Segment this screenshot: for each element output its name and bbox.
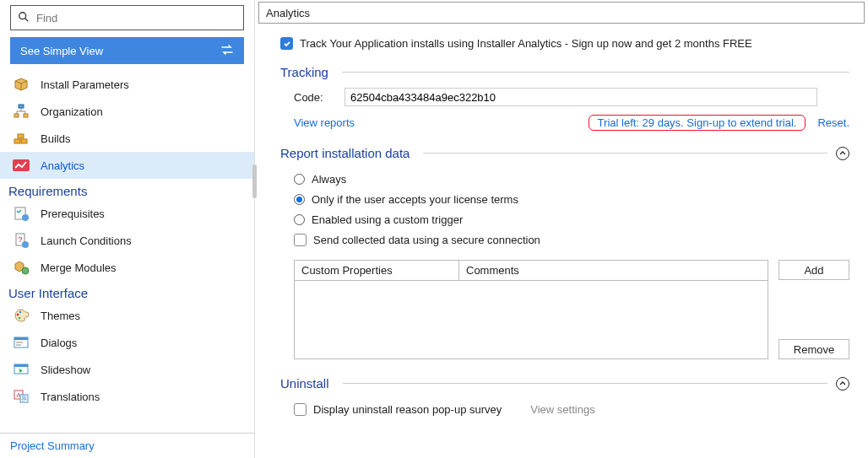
- add-button[interactable]: Add: [778, 260, 849, 280]
- radio-license-accept[interactable]: [294, 194, 305, 205]
- org-chart-icon: [12, 102, 30, 121]
- dialog-icon: [12, 333, 30, 352]
- sidebar-item-organization[interactable]: Organization: [0, 98, 254, 125]
- svg-rect-4: [24, 114, 28, 117]
- view-settings-link[interactable]: View settings: [530, 403, 594, 416]
- svg-rect-6: [21, 139, 27, 143]
- checklist-icon: [12, 204, 30, 223]
- page-title: Analytics: [266, 7, 310, 19]
- sidebar-item-install-parameters[interactable]: Install Parameters: [0, 71, 254, 98]
- merge-icon: [12, 258, 30, 277]
- project-summary-label: Project Summary: [10, 439, 95, 452]
- sidebar-item-label: Themes: [41, 310, 80, 322]
- code-label: Code:: [294, 91, 328, 104]
- sidebar-item-label: Prerequisites: [41, 207, 105, 220]
- column-custom-properties: Custom Properties: [295, 261, 459, 280]
- tracking-section-title: Tracking: [280, 65, 328, 79]
- search-box[interactable]: [10, 5, 244, 30]
- divider: [423, 153, 827, 154]
- sidebar-item-label: Builds: [41, 132, 70, 145]
- chevron-up-icon: [839, 150, 846, 157]
- swap-icon: [220, 44, 234, 58]
- sidebar-item-analytics[interactable]: Analytics: [0, 152, 254, 179]
- report-section-title: Report installation data: [280, 146, 410, 160]
- sidebar-item-label: Install Parameters: [41, 78, 129, 91]
- sidebar-item-label: Analytics: [41, 159, 84, 172]
- translate-icon: A界: [12, 387, 30, 406]
- analytics-icon: [12, 156, 30, 175]
- svg-point-17: [19, 317, 21, 320]
- sidebar-item-label: Slideshow: [41, 364, 90, 376]
- project-summary-button[interactable]: Project Summary: [0, 433, 254, 458]
- uninstall-survey-label: Display uninstall reason pop-up survey: [313, 403, 502, 416]
- trial-signup-link[interactable]: Trial left: 29 days. Sign-up to extend t…: [589, 115, 806, 131]
- palette-icon: [12, 306, 30, 325]
- see-simple-view-button[interactable]: See Simple View: [10, 37, 244, 64]
- svg-text:?: ?: [18, 235, 22, 244]
- svg-rect-5: [14, 139, 20, 143]
- svg-point-0: [19, 12, 26, 19]
- svg-rect-23: [14, 364, 28, 367]
- svg-rect-19: [14, 337, 28, 340]
- radio-license-label: Only if the user accepts your license te…: [312, 193, 518, 206]
- secure-checkbox-label: Send collected data using a secure conne…: [313, 234, 540, 246]
- svg-point-13: [22, 241, 29, 248]
- radio-custom-label: Enabled using a custom trigger: [312, 213, 463, 226]
- resize-handle[interactable]: [252, 164, 257, 198]
- track-checkbox-label: Track Your Application installs using In…: [300, 37, 752, 50]
- bricks-icon: [12, 129, 30, 148]
- sidebar-item-label: Translations: [41, 391, 100, 403]
- divider: [342, 72, 849, 73]
- svg-text:界: 界: [21, 396, 27, 401]
- sidebar-item-themes[interactable]: Themes: [0, 302, 254, 329]
- column-comments: Comments: [459, 261, 768, 280]
- sidebar-item-translations[interactable]: A界 Translations: [0, 383, 254, 410]
- svg-line-1: [25, 18, 29, 21]
- secure-checkbox[interactable]: [294, 234, 307, 246]
- view-reports-link[interactable]: View reports: [294, 116, 355, 129]
- sidebar-item-launch-conditions[interactable]: ? Launch Conditions: [0, 227, 254, 254]
- sidebar-item-dialogs[interactable]: Dialogs: [0, 329, 254, 356]
- uninstall-section-title: Uninstall: [280, 376, 329, 391]
- search-icon: [18, 11, 30, 25]
- svg-rect-2: [19, 105, 24, 108]
- sidebar-item-label: Organization: [41, 105, 103, 118]
- radio-always[interactable]: [294, 174, 305, 185]
- collapse-toggle[interactable]: [836, 377, 849, 391]
- slideshow-icon: [12, 360, 30, 379]
- sidebar-item-label: Merge Modules: [41, 261, 117, 274]
- chevron-up-icon: [839, 380, 846, 387]
- code-input[interactable]: [344, 88, 817, 106]
- package-icon: [12, 75, 30, 94]
- reset-link[interactable]: Reset.: [817, 116, 849, 129]
- svg-point-16: [19, 311, 22, 314]
- section-requirements: Requirements: [0, 179, 254, 200]
- svg-point-10: [22, 214, 29, 221]
- collapse-toggle[interactable]: [836, 147, 849, 160]
- svg-point-14: [22, 267, 29, 274]
- svg-rect-7: [18, 134, 24, 138]
- svg-point-15: [17, 314, 19, 316]
- check-icon: [283, 40, 291, 48]
- divider: [343, 383, 827, 384]
- remove-button[interactable]: Remove: [778, 339, 849, 359]
- svg-rect-3: [14, 114, 19, 117]
- simple-view-label: See Simple View: [20, 45, 103, 57]
- sidebar-item-builds[interactable]: Builds: [0, 125, 254, 152]
- sidebar-item-merge-modules[interactable]: Merge Modules: [0, 254, 254, 281]
- section-user-interface: User Interface: [0, 281, 254, 302]
- track-checkbox[interactable]: [280, 37, 293, 50]
- uninstall-survey-checkbox[interactable]: [294, 403, 307, 416]
- search-input[interactable]: [35, 11, 236, 25]
- sidebar-item-label: Dialogs: [41, 337, 77, 349]
- sidebar-item-label: Launch Conditions: [41, 234, 132, 247]
- page-title-bar: Analytics: [258, 2, 865, 24]
- custom-properties-table[interactable]: Custom Properties Comments: [294, 260, 768, 359]
- radio-custom-trigger[interactable]: [294, 214, 305, 225]
- sidebar-item-prerequisites[interactable]: Prerequisites: [0, 200, 254, 227]
- sidebar-item-slideshow[interactable]: Slideshow: [0, 356, 254, 383]
- question-doc-icon: ?: [12, 231, 30, 250]
- radio-always-label: Always: [312, 173, 346, 186]
- svg-rect-8: [13, 159, 30, 171]
